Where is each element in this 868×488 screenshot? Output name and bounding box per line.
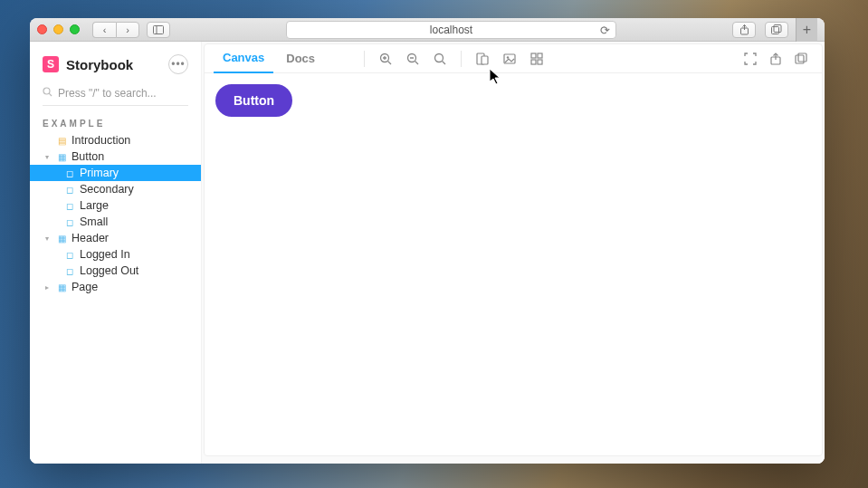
sidebar-item-label: Small [80, 215, 108, 228]
sidebar-item-button[interactable]: ▾ ▦ Button [30, 148, 201, 165]
new-tab-button[interactable]: + [796, 18, 817, 42]
sidebar-item-label: Button [72, 150, 104, 163]
svg-point-6 [43, 88, 50, 94]
divider [364, 51, 365, 67]
address-bar[interactable]: localhost ⟳ [286, 21, 616, 39]
zoom-in-button[interactable] [374, 47, 397, 71]
component-icon: ▦ [56, 152, 67, 162]
sidebar-item-logged-out[interactable]: ◻ Logged Out [30, 263, 201, 279]
copy-link-button[interactable] [789, 47, 813, 71]
bookmark-icon: ◻ [64, 201, 75, 211]
component-icon: ▦ [56, 234, 67, 244]
caret-down-icon: ▾ [43, 153, 52, 161]
tab-docs[interactable]: Docs [277, 44, 324, 73]
sidebar-item-primary[interactable]: ◻ Primary [30, 165, 201, 181]
svg-rect-0 [154, 25, 164, 33]
main-panel: Canvas Docs [202, 42, 825, 464]
sidebar: S Storybook ••• Press "/" to search... E… [30, 42, 202, 464]
svg-line-9 [388, 61, 392, 64]
search-icon [43, 87, 52, 100]
viewport-button[interactable] [471, 47, 494, 71]
svg-rect-22 [538, 53, 542, 58]
svg-line-7 [49, 93, 52, 96]
svg-line-13 [415, 61, 419, 64]
sidebar-item-introduction[interactable]: ▤ Introduction [30, 132, 201, 148]
component-icon: ▦ [56, 282, 67, 292]
svg-rect-24 [538, 60, 542, 64]
address-text: localhost [430, 24, 472, 36]
share-button[interactable] [732, 22, 756, 38]
svg-rect-23 [531, 60, 536, 64]
fullscreen-button[interactable] [739, 47, 762, 71]
sidebar-group-label: EXAMPLE [30, 110, 201, 132]
bookmark-icon: ◻ [64, 217, 75, 227]
zoom-out-button[interactable] [401, 47, 424, 71]
sidebar-item-logged-in[interactable]: ◻ Logged In [30, 246, 201, 263]
sidebar-item-label: Logged Out [80, 264, 138, 277]
sidebar-header: S Storybook ••• [30, 49, 201, 80]
sidebar-item-label: Page [72, 281, 98, 293]
window-zoom-icon[interactable] [70, 24, 80, 34]
window-minimize-icon[interactable] [53, 24, 63, 34]
sidebar-menu-button[interactable]: ••• [168, 54, 188, 74]
svg-rect-18 [482, 56, 488, 64]
caret-down-icon: ▾ [43, 234, 52, 243]
sidebar-item-label: Introduction [72, 134, 130, 147]
open-new-tab-button[interactable] [764, 47, 787, 71]
preview-button[interactable]: Button [215, 84, 292, 117]
sidebar-item-label: Large [80, 199, 109, 212]
sidebar-item-large[interactable]: ◻ Large [30, 197, 201, 214]
document-icon: ▤ [56, 136, 67, 146]
search-placeholder: Press "/" to search... [58, 87, 157, 100]
browser-forward-button[interactable]: › [116, 22, 139, 38]
svg-rect-27 [796, 55, 804, 63]
browser-back-button[interactable]: ‹ [92, 22, 116, 38]
caret-right-icon: ▸ [43, 283, 52, 292]
sidebar-item-small[interactable]: ◻ Small [30, 214, 201, 230]
tabs-button[interactable] [765, 22, 788, 38]
canvas-preview: Button [205, 73, 822, 455]
bookmark-icon: ◻ [64, 185, 75, 195]
bookmark-icon: ◻ [64, 250, 75, 260]
sidebar-item-label: Secondary [80, 183, 134, 196]
grid-button[interactable] [525, 47, 548, 71]
sidebar-item-label: Logged In [80, 248, 130, 261]
svg-point-15 [435, 53, 444, 62]
bookmark-icon: ◻ [64, 168, 75, 178]
svg-rect-21 [531, 53, 536, 58]
app-title: Storybook [66, 57, 133, 72]
browser-chrome: ‹ › localhost ⟳ + [30, 18, 825, 42]
browser-window: ‹ › localhost ⟳ + S Storybook ••• [30, 18, 825, 464]
tab-canvas[interactable]: Canvas [214, 44, 273, 73]
svg-line-16 [443, 61, 446, 64]
sidebar-item-label: Primary [80, 167, 119, 179]
window-close-icon[interactable] [37, 24, 47, 34]
sidebar-item-label: Header [72, 232, 109, 244]
sidebar-toggle-button[interactable] [147, 22, 170, 38]
sidebar-item-header[interactable]: ▾ ▦ Header [30, 230, 201, 246]
reload-icon[interactable]: ⟳ [600, 24, 610, 37]
bookmark-icon: ◻ [64, 266, 75, 276]
divider [461, 51, 462, 67]
svg-rect-28 [798, 53, 806, 62]
storybook-logo-icon: S [43, 56, 59, 72]
svg-rect-4 [772, 27, 779, 34]
sidebar-item-secondary[interactable]: ◻ Secondary [30, 181, 201, 197]
background-button[interactable] [498, 47, 521, 71]
zoom-reset-button[interactable] [428, 47, 452, 71]
svg-rect-5 [774, 25, 781, 33]
search-input[interactable]: Press "/" to search... [43, 87, 188, 106]
sidebar-item-page[interactable]: ▸ ▦ Page [30, 279, 201, 295]
toolbar: Canvas Docs [205, 44, 822, 73]
